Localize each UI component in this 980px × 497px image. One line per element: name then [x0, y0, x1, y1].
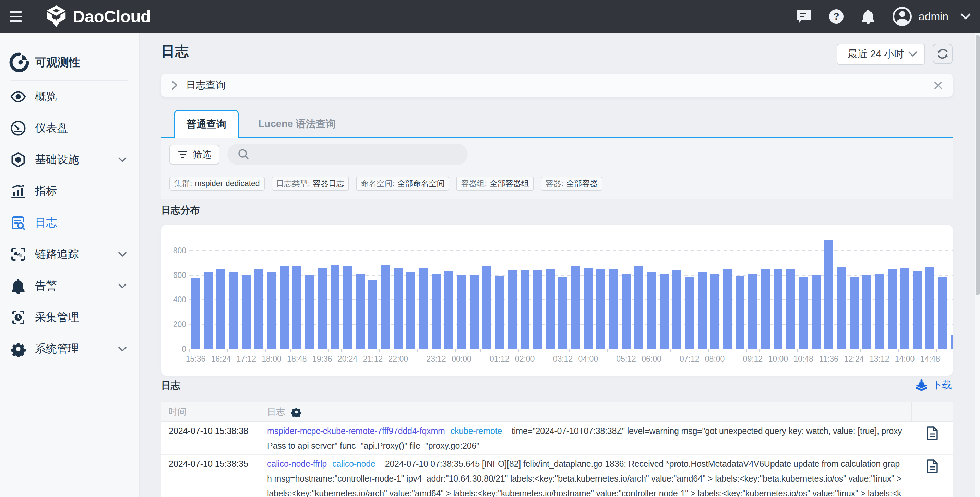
x-axis-tick	[519, 349, 519, 352]
chevron-down-icon	[908, 51, 918, 57]
hexagon-icon	[10, 152, 26, 168]
y-tick-label: 800	[173, 246, 186, 255]
search-input[interactable]	[255, 149, 460, 160]
download-icon	[915, 379, 928, 391]
time-range-select[interactable]: 最近 24 小时	[837, 43, 925, 65]
search-box[interactable]	[228, 144, 468, 165]
container-link[interactable]: calico-node	[332, 459, 375, 468]
chart-bar	[242, 275, 251, 349]
chip-label: 容器:	[546, 178, 563, 189]
x-axis-tick	[443, 349, 443, 352]
help-icon[interactable]: ?	[829, 9, 844, 24]
log-message-cell: calico-node-ffrlpcalico-node2024-07-10 0…	[259, 455, 912, 497]
filter-chip[interactable]: 集群:mspider-dedicated	[169, 176, 265, 191]
chart-bar	[482, 266, 492, 349]
user-name[interactable]: admin	[919, 10, 948, 23]
chart-bar	[571, 266, 580, 349]
x-axis-tick	[835, 349, 835, 352]
sidebar-item-dashboard[interactable]: 仪表盘	[0, 113, 139, 144]
download-link[interactable]: 下载	[915, 378, 952, 392]
x-axis-tick	[303, 349, 304, 352]
chart-bar	[419, 268, 428, 349]
x-axis-tick	[860, 349, 861, 352]
chip-value: 容器日志	[313, 178, 344, 189]
page-scrollbar[interactable]	[975, 33, 980, 497]
x-axis-tick	[708, 349, 709, 352]
chevron-down-icon	[118, 283, 127, 289]
chart-bar	[850, 277, 859, 349]
x-axis-tick	[215, 349, 215, 352]
x-tick-label: 18:00	[262, 354, 282, 364]
observability-icon	[9, 52, 30, 73]
tab-lucene-query[interactable]: Lucene 语法查询	[239, 110, 355, 138]
chart-bar	[584, 268, 592, 349]
x-axis-tick	[949, 349, 950, 352]
log-query-panel[interactable]: 日志查询	[161, 74, 953, 97]
filter-chip[interactable]: 容器组:全部容器组	[456, 176, 533, 191]
x-axis-tick	[848, 349, 848, 352]
document-icon[interactable]	[926, 459, 939, 473]
column-settings-gear-icon[interactable]	[291, 407, 301, 417]
chart-bar	[698, 272, 707, 349]
x-axis-tick	[417, 349, 418, 352]
x-axis-tick	[531, 349, 531, 352]
sidebar-item-system[interactable]: 系统管理	[0, 333, 139, 365]
bell-icon[interactable]	[861, 9, 875, 24]
x-axis-tick	[480, 349, 481, 352]
topbar: DaoCloud ?	[0, 0, 980, 33]
filter-chip[interactable]: 日志类型:容器日志	[272, 176, 349, 191]
refresh-button[interactable]	[933, 43, 953, 64]
x-axis-tick	[822, 349, 823, 352]
sidebar-item-alerts[interactable]: 告警	[0, 270, 139, 302]
x-axis-tick	[607, 349, 608, 352]
x-axis-tick	[772, 349, 772, 352]
chart-bar	[368, 280, 377, 349]
sidebar-item-overview[interactable]: 概览	[0, 81, 139, 113]
tab-normal-query[interactable]: 普通查询	[174, 110, 239, 138]
chat-icon[interactable]	[797, 9, 811, 24]
chart-bar	[546, 269, 555, 349]
x-tick-label: 04:00	[579, 354, 598, 364]
scrollbar-thumb[interactable]	[975, 35, 980, 295]
sidebar-item-logs[interactable]: 日志	[0, 207, 139, 238]
sidebar-item-tracing[interactable]: 链路追踪	[0, 238, 139, 270]
pod-link[interactable]: calico-node-ffrlp	[267, 459, 327, 468]
eye-icon	[10, 89, 26, 105]
bar-chart-icon	[10, 183, 26, 199]
x-tick-label: 11:36	[819, 354, 838, 364]
chart-bar	[622, 274, 631, 349]
x-tick-label: 09:12	[743, 354, 763, 364]
chart-bar	[432, 273, 441, 349]
pod-link[interactable]: mspider-mcpc-ckube-remote-7fff97ddd4-fqx…	[267, 426, 445, 436]
container-link[interactable]: ckube-remote	[450, 426, 502, 436]
chart-bar	[609, 269, 618, 349]
chip-label: 容器组:	[461, 178, 487, 189]
x-tick-label: 10:00	[768, 354, 788, 364]
close-icon[interactable]	[933, 81, 943, 90]
x-axis-tick	[886, 349, 886, 352]
chip-value: 全部容器组	[490, 178, 529, 189]
chevron-down-icon[interactable]	[960, 13, 971, 20]
menu-icon[interactable]	[10, 11, 22, 22]
sidebar-item-collection[interactable]: 采集管理	[0, 302, 139, 333]
filter-chip[interactable]: 命名空间:全部命名空间	[356, 176, 449, 191]
x-axis-tick	[202, 349, 202, 352]
x-tick-label: 23:12	[426, 354, 446, 364]
filter-chip[interactable]: 容器:全部容器	[541, 176, 603, 191]
avatar[interactable]	[892, 7, 912, 26]
download-label: 下载	[932, 378, 952, 392]
chevron-down-icon	[118, 252, 127, 257]
x-tick-label: 05:12	[616, 354, 636, 364]
chart-bar	[913, 271, 922, 349]
chevron-right-icon[interactable]	[171, 80, 178, 91]
log-table-row: 2024-07-10 15:38:38mspider-mcpc-ckube-re…	[161, 422, 953, 455]
x-axis-tick	[354, 349, 354, 352]
filter-button[interactable]: 筛选	[169, 144, 220, 165]
sidebar-item-infrastructure[interactable]: 基础设施	[0, 144, 139, 176]
x-tick-label: 21:12	[363, 354, 383, 364]
x-axis-tick	[266, 349, 266, 352]
sidebar-item-metrics[interactable]: 指标	[0, 176, 139, 207]
document-icon[interactable]	[926, 426, 939, 440]
chip-value: 全部容器	[566, 178, 598, 189]
chart-bar	[862, 275, 871, 349]
